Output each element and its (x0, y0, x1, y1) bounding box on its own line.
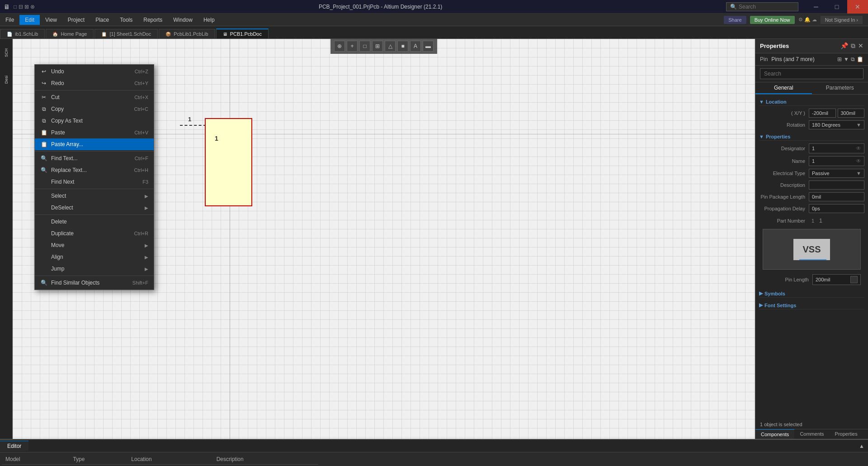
menu-item-find-next[interactable]: Find Next F3 (35, 176, 154, 188)
pin-length-value[interactable] (812, 274, 861, 285)
btab-components[interactable]: Components (755, 429, 794, 439)
properties-search-input[interactable] (760, 68, 863, 79)
tab-schlib[interactable]: 📄 ib1.SchLib (0, 29, 45, 38)
menu-item-undo[interactable]: ↩ Undo Ctrl+Z (35, 66, 154, 77)
pin-length-input[interactable] (816, 277, 850, 282)
paste-props-icon[interactable]: 📋 (857, 56, 863, 62)
copy-props-icon[interactable]: ⧉ (851, 56, 855, 62)
properties-collapse-icon[interactable]: ▼ (759, 134, 764, 139)
collapse-panel-btn[interactable]: ▲ (855, 441, 868, 451)
menu-reports[interactable]: Reports (138, 15, 168, 25)
tab-pcblib[interactable]: 📦 PcbLib1.PcbLib (159, 29, 215, 38)
main-layout: SCH Desi ⊕ + □ ⊞ △ ■ A ▬ 1 (0, 39, 868, 439)
filter-icon[interactable]: ⊞ (837, 56, 842, 62)
properties-search[interactable] (755, 66, 868, 82)
name-value[interactable]: 👁 (809, 156, 864, 166)
menu-item-move[interactable]: Move ▶ (35, 239, 154, 251)
menu-item-cut[interactable]: ✂ Cut Ctrl+X (35, 91, 154, 103)
maximize-button[interactable]: □ (826, 0, 847, 14)
menu-item-duplicate[interactable]: Duplicate Ctrl+R (35, 228, 154, 239)
titlebar-search-input[interactable] (739, 4, 793, 10)
editor-tab[interactable]: Editor (0, 441, 28, 451)
vss-preview: VSS (793, 239, 830, 260)
pin-length-color-swatch[interactable] (850, 276, 858, 283)
menu-section-undoredo: ↩ Undo Ctrl+Z ↪ Redo Ctrl+Y (35, 65, 154, 90)
menu-view[interactable]: View (40, 15, 62, 25)
panel-expand-icon[interactable]: ⧉ (851, 42, 855, 50)
propagation-delay-input[interactable] (812, 206, 861, 211)
designator-input[interactable] (812, 146, 856, 151)
buy-button[interactable]: Buy Online Now (750, 16, 795, 24)
menu-item-paste-array[interactable]: 📋 Paste Array... (35, 138, 154, 150)
menu-item-copy-as-text[interactable]: ⧉ Copy As Text (35, 115, 154, 127)
tool-poly[interactable]: △ (385, 41, 396, 52)
property-tabs: General Parameters (755, 82, 868, 95)
location-xy-row: ( X/Y ) -200mil 300mil (759, 109, 864, 118)
tab-parameters[interactable]: Parameters (812, 82, 868, 94)
y-value[interactable]: 300mil (838, 109, 865, 118)
tool-text[interactable]: A (410, 41, 421, 52)
tab-schdoc[interactable]: 📋 [1] Sheet1.SchDoc (94, 29, 158, 38)
description-input[interactable] (812, 182, 861, 188)
btab-properties[interactable]: Properties (830, 429, 863, 439)
designator-value[interactable]: 👁 (809, 143, 864, 153)
menu-tools[interactable]: Tools (114, 15, 138, 25)
tool-filter[interactable]: ⊕ (334, 41, 345, 52)
menu-item-paste[interactable]: 📋 Paste Ctrl+V (35, 127, 154, 138)
pin-type-label: Pins (and 7 more) (771, 56, 814, 62)
tool-add[interactable]: + (347, 41, 358, 52)
x-value[interactable]: -200mil (809, 109, 836, 118)
menu-item-deselect[interactable]: DeSelect ▶ (35, 202, 154, 214)
menu-item-find-text[interactable]: 🔍 Find Text... Ctrl+F (35, 152, 154, 164)
name-input[interactable] (812, 158, 856, 164)
menu-item-replace-text[interactable]: 🔍 Replace Text... Ctrl+H (35, 164, 154, 176)
font-settings-collapse-icon[interactable]: ▶ (759, 302, 763, 308)
name-visibility-icon[interactable]: 👁 (856, 158, 861, 164)
menu-item-jump[interactable]: Jump ▶ (35, 263, 154, 275)
propagation-delay-value[interactable] (809, 204, 864, 213)
titlebar-search[interactable]: 🔍 (726, 2, 798, 11)
menu-item-align[interactable]: Align ▶ (35, 251, 154, 263)
sidebar-item-sch[interactable]: SCH (0, 39, 13, 66)
tool-rule[interactable]: ▬ (423, 41, 434, 52)
signin-button[interactable]: Not Signed In › (821, 16, 863, 24)
tool-fill[interactable]: ■ (397, 41, 408, 52)
tab-general[interactable]: General (755, 82, 812, 94)
part-number-spinner[interactable] (816, 217, 829, 224)
symbols-collapse-icon[interactable]: ▶ (759, 290, 763, 296)
menu-file[interactable]: File (0, 15, 19, 25)
designator-visibility-icon[interactable]: 👁 (856, 145, 861, 152)
tab-homepage[interactable]: 🏠 Home Page (46, 29, 94, 38)
menu-window[interactable]: Window (168, 15, 198, 25)
electrical-type-select[interactable]: Passive ▼ (809, 169, 864, 178)
pin-package-length-label: Pin Package Length (759, 194, 809, 200)
description-value[interactable] (809, 181, 864, 190)
menu-item-delete[interactable]: Delete (35, 216, 154, 228)
pin-package-length-value[interactable] (809, 192, 864, 201)
collapse-icon[interactable]: ▼ (759, 99, 764, 105)
no-preview-area: There is no preview available (320, 452, 868, 466)
menu-help[interactable]: Help (198, 15, 220, 25)
tool-rect[interactable]: □ (359, 41, 370, 52)
tab-pcbdoc[interactable]: 🖥 PCB1.PcbDoc (216, 29, 269, 38)
panel-pin-icon[interactable]: 📌 (840, 42, 848, 50)
menu-item-select[interactable]: Select ▶ (35, 190, 154, 202)
pin-package-length-input[interactable] (812, 194, 861, 200)
canvas-area[interactable]: ⊕ + □ ⊞ △ ■ A ▬ 1 1 (13, 39, 755, 439)
location-section-title: ▼ Location (759, 98, 864, 106)
close-button[interactable]: ✕ (847, 0, 868, 14)
menu-edit[interactable]: Edit (19, 15, 40, 25)
sidebar-item-desi[interactable]: Desi (0, 66, 13, 93)
menu-item-copy[interactable]: ⧉ Copy Ctrl+C (35, 103, 154, 115)
filter-down-icon[interactable]: ▼ (844, 56, 849, 62)
rotation-select[interactable]: 180 Degrees ▼ (809, 120, 864, 129)
panel-close-icon[interactable]: ✕ (858, 42, 863, 50)
share-button[interactable]: Share (724, 16, 746, 24)
menu-project[interactable]: Project (62, 15, 90, 25)
menu-place[interactable]: Place (90, 15, 114, 25)
menu-item-find-similar[interactable]: 🔍 Find Similar Objects Shift+F (35, 277, 154, 289)
tool-grid[interactable]: ⊞ (372, 41, 383, 52)
btab-comments[interactable]: Comments (794, 429, 829, 439)
minimize-button[interactable]: ─ (806, 0, 826, 14)
menu-item-redo[interactable]: ↪ Redo Ctrl+Y (35, 77, 154, 89)
